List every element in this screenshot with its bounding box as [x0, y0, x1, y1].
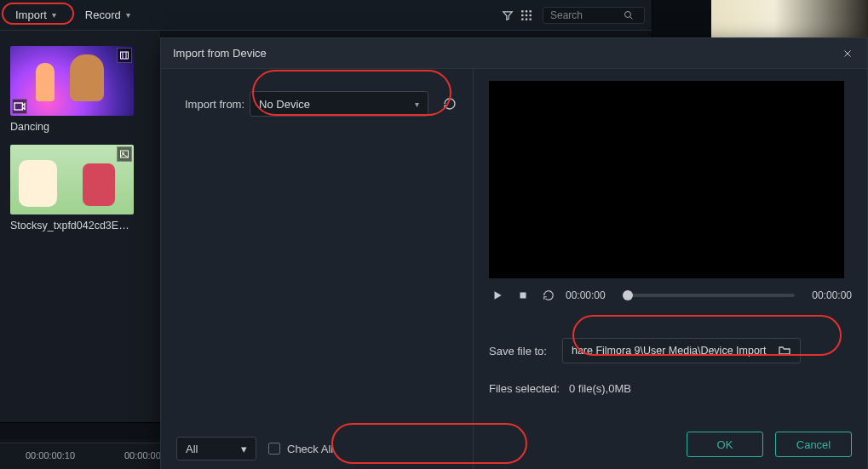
- stop-icon[interactable]: [514, 287, 532, 304]
- video-type-icon: [12, 99, 27, 114]
- panel-divider: [0, 422, 160, 439]
- svg-rect-7: [526, 18, 527, 20]
- files-selected-label: Files selected:: [489, 382, 560, 395]
- media-caption: Dancing: [10, 121, 134, 133]
- dialog-body: Import from: No Device ▾ All ▾ Check All: [161, 69, 867, 469]
- dialog-right-pane: 00:00:00 00:00:00 Save file to: hare Fil…: [474, 69, 867, 469]
- svg-rect-0: [521, 10, 523, 12]
- svg-rect-10: [121, 52, 129, 59]
- svg-rect-1: [526, 10, 527, 12]
- chevron-down-icon: ▾: [52, 10, 56, 20]
- import-from-label: Import from:: [185, 98, 244, 111]
- seek-slider[interactable]: [623, 294, 796, 297]
- chevron-down-icon: ▾: [126, 10, 130, 20]
- external-video-thumb: [711, 0, 868, 37]
- svg-rect-11: [14, 103, 22, 110]
- checkbox-box: [268, 443, 280, 455]
- save-path-value: hare Filmora 9\User Media\Device Import: [572, 345, 771, 357]
- filmstrip-icon: [117, 48, 132, 63]
- image-type-icon: [117, 146, 132, 162]
- media-thumbnail: [10, 46, 134, 116]
- cancel-button[interactable]: Cancel: [775, 432, 852, 457]
- save-to-label: Save file to:: [489, 345, 547, 357]
- svg-rect-5: [530, 14, 532, 15]
- media-thumbnail: [10, 145, 134, 214]
- dialog-title: Import from Device: [173, 47, 267, 60]
- check-all-checkbox[interactable]: Check All: [268, 443, 333, 455]
- svg-rect-3: [521, 14, 523, 15]
- rewind-icon[interactable]: [540, 287, 557, 304]
- search-input[interactable]: [550, 9, 618, 21]
- dialog-left-pane: Import from: No Device ▾ All ▾ Check All: [161, 69, 474, 469]
- svg-rect-8: [530, 18, 532, 20]
- record-label: Record: [85, 9, 121, 21]
- preview-area: [489, 81, 844, 278]
- media-panel: Dancing Stocksy_txpfd042cd3EA...: [0, 31, 160, 422]
- import-from-device-dialog: Import from Device Import from: No Devic…: [160, 37, 868, 469]
- close-icon[interactable]: [840, 46, 855, 61]
- import-label: Import: [15, 9, 47, 21]
- dialog-header: Import from Device: [161, 38, 867, 69]
- chevron-down-icon: ▾: [415, 100, 419, 109]
- svg-rect-14: [520, 293, 526, 299]
- preview-controls: 00:00:00 00:00:00: [489, 287, 852, 304]
- media-caption: Stocksy_txpfd042cd3EA...: [10, 220, 134, 232]
- filter-icon[interactable]: [498, 6, 517, 25]
- grid-view-icon[interactable]: [517, 6, 536, 25]
- timecode: 00:00:00:10: [26, 450, 75, 460]
- type-filter-select[interactable]: All ▾: [176, 437, 256, 460]
- files-selected-value: 0 file(s),0MB: [569, 382, 631, 395]
- type-filter-value: All: [186, 443, 198, 455]
- media-item[interactable]: Dancing: [10, 46, 134, 133]
- seek-handle[interactable]: [623, 290, 633, 300]
- device-select-value: No Device: [259, 98, 310, 111]
- record-menu-button[interactable]: Record ▾: [77, 5, 139, 25]
- refresh-icon[interactable]: [440, 94, 459, 113]
- import-menu-button[interactable]: Import ▾: [7, 5, 65, 25]
- ok-button[interactable]: OK: [687, 432, 763, 457]
- media-item[interactable]: Stocksy_txpfd042cd3EA...: [10, 145, 134, 232]
- time-end: 00:00:00: [812, 289, 852, 301]
- svg-rect-6: [521, 18, 523, 20]
- folder-icon[interactable]: [778, 344, 791, 357]
- search-icon: [624, 10, 634, 20]
- save-path-field[interactable]: hare Filmora 9\User Media\Device Import: [562, 338, 801, 363]
- svg-rect-4: [526, 14, 527, 15]
- device-select[interactable]: No Device ▾: [250, 91, 428, 117]
- search-box[interactable]: [543, 7, 645, 24]
- check-all-label: Check All: [287, 443, 333, 455]
- time-start: 00:00:00: [566, 289, 606, 301]
- chevron-down-icon: ▾: [241, 443, 247, 455]
- top-toolbar: Import ▾ Record ▾: [0, 0, 652, 31]
- svg-rect-2: [530, 10, 532, 12]
- svg-point-9: [625, 11, 631, 17]
- play-icon[interactable]: [489, 287, 506, 304]
